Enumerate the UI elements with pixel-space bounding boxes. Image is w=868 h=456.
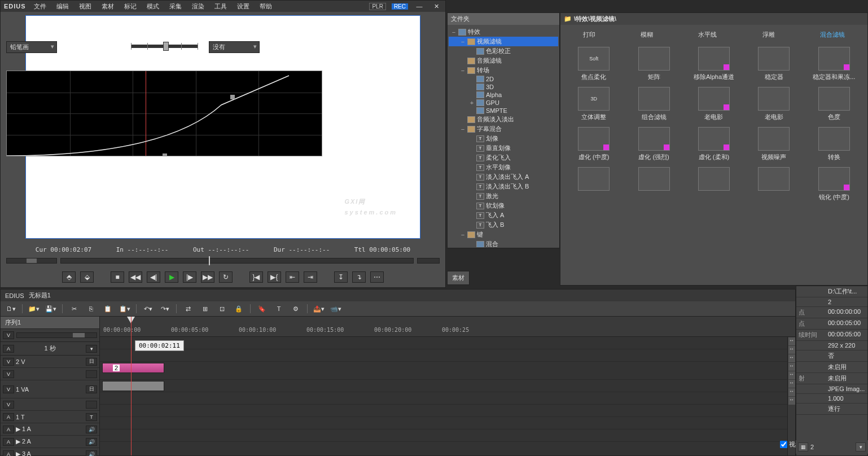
track-lane-2v-sub[interactable] — [100, 349, 795, 362]
br-down-icon[interactable]: ▾ — [856, 442, 866, 451]
menu-file[interactable]: 文件 — [32, 2, 49, 11]
new-icon[interactable]: 🗋▾ — [5, 304, 16, 314]
copy-icon[interactable]: ⎘ — [85, 304, 97, 314]
video-clip[interactable]: 2 — [102, 363, 164, 373]
scale-down-icon[interactable]: ▾ — [86, 345, 97, 353]
strip-arrow[interactable]: ↔ — [788, 371, 795, 379]
side-tab-clip[interactable]: 素材 — [447, 271, 470, 285]
track-header[interactable]: A▶ 1 A🔊 — [1, 423, 99, 436]
zoom-slider[interactable] — [6, 258, 57, 264]
undo-icon[interactable]: ↶▾ — [142, 304, 154, 314]
strip-arrow[interactable]: ↔ — [788, 337, 795, 345]
track-lane-1va[interactable]: 2 — [100, 362, 795, 380]
tree-item[interactable]: T飞入 B — [449, 220, 558, 230]
track-header[interactable]: V2 V日 — [1, 356, 99, 368]
tree-item[interactable]: T垂直划像 — [449, 143, 558, 153]
tree-item[interactable]: 音频淡入淡出 — [449, 115, 558, 124]
timeline-scale[interactable]: 1 秒 — [16, 344, 84, 353]
insert-button[interactable]: ↧ — [334, 271, 348, 283]
effect-item[interactable]: 矩阵 — [625, 47, 682, 81]
play-button[interactable]: ▶ — [165, 271, 178, 283]
strip-arrow[interactable]: ↔ — [788, 363, 795, 371]
snap-icon[interactable]: ⊞ — [199, 304, 211, 314]
tree-item[interactable]: T划像 — [449, 134, 558, 143]
track-lane-1va-audio[interactable] — [100, 380, 795, 392]
br-icon[interactable]: ▦ — [798, 442, 808, 451]
effect-item[interactable]: 移除Alpha通道 — [685, 47, 743, 81]
tree-item[interactable]: 音频滤镜 — [449, 56, 558, 65]
effect-item[interactable]: 视频噪声 — [745, 127, 803, 161]
category-tab[interactable]: 混合滤镜 — [817, 29, 848, 40]
tree-item[interactable]: T软划像 — [449, 201, 558, 211]
effect-item[interactable]: 转换 — [805, 127, 863, 161]
menu-tools[interactable]: 工具 — [212, 2, 229, 11]
rewind-button[interactable]: ◀◀ — [129, 271, 142, 283]
effect-item[interactable] — [745, 167, 803, 201]
set-in-button[interactable]: ⬘ — [62, 271, 76, 283]
track-zoom-v[interactable] — [16, 332, 97, 338]
tree-item[interactable]: T淡入淡出飞入 B — [449, 182, 558, 191]
effects-grid[interactable]: Soft焦点柔化矩阵移除Alpha通道稳定器稳定器和果冻...3D立体调整组合滤… — [560, 42, 867, 268]
next-frame-button[interactable]: |▶ — [183, 271, 196, 283]
minimize-icon[interactable]: — — [414, 1, 425, 11]
rec-indicator[interactable]: REC — [392, 3, 408, 10]
tree-item[interactable]: T淡入淡出飞入 A — [449, 172, 558, 182]
effect-item[interactable]: 虚化 (柔和) — [685, 127, 743, 161]
menu-view[interactable]: 视图 — [77, 2, 94, 11]
sequence-tab[interactable]: 序列1 — [1, 317, 99, 329]
tree-item[interactable]: T飞入 A — [449, 211, 558, 220]
menu-clip[interactable]: 素材 — [99, 2, 116, 11]
extra-button[interactable]: ⋯ — [370, 271, 384, 283]
track-header[interactable]: V1 VA日 — [1, 380, 99, 398]
tree-item[interactable]: −特效 — [449, 27, 558, 37]
menu-settings[interactable]: 设置 — [235, 2, 252, 11]
redo-icon[interactable]: ↷▾ — [159, 304, 170, 314]
audio-clip[interactable] — [102, 381, 164, 391]
effect-item[interactable]: 稳定器和果冻... — [805, 47, 863, 81]
menu-capture[interactable]: 采集 — [167, 2, 184, 11]
filter1-combo[interactable]: 铅笔画 — [6, 41, 57, 53]
track-lane-1t[interactable] — [100, 392, 795, 405]
menu-marker[interactable]: 标记 — [122, 2, 139, 11]
scrub-slider[interactable] — [60, 258, 414, 264]
prev-frame-button[interactable]: ◀| — [147, 271, 160, 283]
track-header[interactable]: V — [1, 368, 99, 380]
keyframe-graph[interactable] — [6, 71, 322, 156]
track-header[interactable]: A▶ 2 A🔊 — [1, 436, 99, 448]
loop-button[interactable]: ↻ — [219, 271, 233, 283]
menu-render[interactable]: 渲染 — [190, 2, 207, 11]
group-icon[interactable]: ⊡ — [216, 304, 227, 314]
goto-in-button[interactable]: ⇤ — [286, 271, 299, 283]
category-tab[interactable]: 打印 — [580, 29, 599, 40]
render-icon[interactable]: ⚙ — [290, 304, 301, 314]
shuttle-slider[interactable] — [417, 258, 440, 264]
save-icon[interactable]: 💾▾ — [45, 304, 56, 314]
stop-button[interactable]: ■ — [111, 271, 124, 283]
title-icon[interactable]: T — [273, 304, 284, 314]
plr-indicator[interactable]: PLR — [369, 3, 385, 10]
paste-icon[interactable]: 📋 — [102, 304, 113, 314]
effect-item[interactable]: 锐化 (中度) — [805, 167, 863, 201]
track-lane-3a[interactable] — [100, 429, 795, 442]
a-toggle[interactable]: A — [3, 345, 14, 353]
timeline-ruler[interactable]: 00:00:00:0000:00:05:0000:00:10:0000:00:1… — [100, 317, 795, 337]
v-toggle[interactable]: V — [3, 331, 14, 339]
effect-item[interactable]: 稳定器 — [745, 47, 803, 81]
tree-item[interactable]: T柔化飞入 — [449, 153, 558, 163]
effect-item[interactable] — [685, 167, 743, 201]
category-tab[interactable]: 水平线 — [695, 29, 720, 40]
tree-item[interactable]: 3D — [449, 83, 558, 91]
effect-item[interactable]: 老电影 — [685, 87, 743, 121]
rate-slider[interactable] — [131, 45, 198, 48]
track-header[interactable]: A1 TT — [1, 411, 99, 423]
mark-out-button[interactable]: ▶{ — [268, 271, 281, 283]
menu-help[interactable]: 帮助 — [257, 2, 274, 11]
ripple-icon[interactable]: ⇄ — [182, 304, 194, 314]
close-icon[interactable]: ✕ — [431, 1, 442, 11]
strip-arrow[interactable]: ↔ — [788, 354, 795, 362]
fforward-button[interactable]: ▶▶ — [201, 271, 214, 283]
tree-item[interactable]: SMPTE — [449, 107, 558, 115]
menu-mode[interactable]: 模式 — [144, 2, 161, 11]
effect-item[interactable]: 老电影 — [745, 87, 803, 121]
strip-arrow[interactable]: ↔ — [788, 380, 795, 388]
